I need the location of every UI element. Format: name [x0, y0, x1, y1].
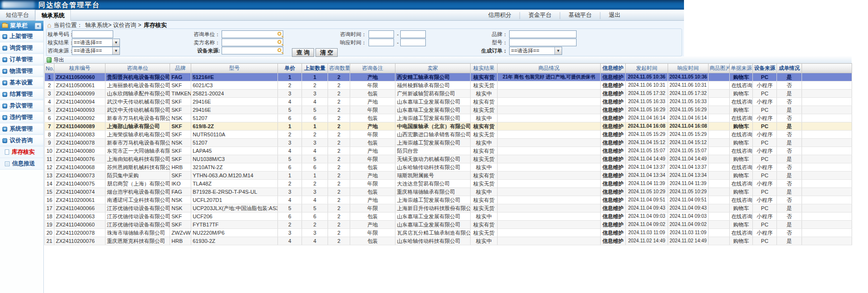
table-row[interactable]: 1ZX24110500060贵阳晋兴机电设备有限公司FAG51216#E112产… [45, 73, 852, 81]
cell-price: 6 [278, 114, 302, 122]
cell-maint[interactable]: 信息维护 [601, 221, 626, 229]
table-row[interactable]: 12ZX24110400068苏州恩姆斯机械科技有限公司HRB3210ATN-2… [45, 163, 852, 172]
table-row[interactable]: 19ZX24110400060江苏优德传动设备有限公司SKFFYTB17TF22… [45, 221, 852, 229]
sidebar-item[interactable]: +违约管理 [0, 112, 43, 123]
model-input[interactable] [509, 39, 577, 46]
tab-inactive[interactable]: 短信平台 [0, 10, 35, 21]
table-row[interactable]: 5ZX24110400093武汉中天传动机械有限公司SKF29416E552年限… [45, 106, 852, 114]
sidebar-item[interactable]: +订单管理 [0, 54, 43, 66]
top-link[interactable]: 信用积分 [482, 11, 518, 19]
cell-maint[interactable]: 信息维护 [601, 180, 626, 188]
link-divider: │ [518, 12, 522, 19]
top-link[interactable]: 基础平台 [562, 11, 599, 19]
expand-node-icon[interactable]: + [2, 115, 7, 120]
sidebar-item[interactable]: +上架管理 [0, 31, 43, 42]
cell-maint[interactable]: 信息维护 [601, 229, 626, 237]
response-time-to-input[interactable] [400, 39, 426, 46]
cell-img [709, 213, 730, 221]
cell-brand: FAG [170, 188, 191, 196]
sidebar-item[interactable]: +询货管理 [0, 42, 43, 54]
cell-maint[interactable]: 信息维护 [601, 196, 626, 204]
cell-maint[interactable]: 信息维护 [601, 172, 626, 180]
expand-node-icon[interactable]: + [2, 34, 7, 39]
collapse-node-icon[interactable]: - [2, 138, 7, 143]
response-time-from-input[interactable] [368, 39, 394, 46]
expand-node-icon[interactable]: + [2, 104, 7, 108]
inquiry-time-to-input[interactable] [400, 30, 426, 38]
sidebar-item[interactable]: +物流管理 [0, 66, 43, 77]
table-row[interactable]: 6ZX24110400092新泰市万马机电设备有限公司NSK51207662包装… [45, 114, 852, 122]
cell-note: 年限 [350, 204, 395, 213]
cell-maint[interactable]: 信息维护 [601, 106, 626, 114]
search-icon[interactable] [277, 40, 281, 44]
expand-node-icon[interactable]: + [2, 127, 7, 132]
cell-img [709, 131, 730, 139]
cell-maint[interactable]: 信息维护 [601, 139, 626, 147]
inquiry-source-select[interactable]: ==请选择== ▼ [72, 47, 120, 55]
cell-maint[interactable]: 信息维护 [601, 122, 626, 131]
cell-maint[interactable]: 信息维护 [601, 81, 626, 90]
cell-maint[interactable]: 信息维护 [601, 114, 626, 122]
export-button[interactable]: 导出 [47, 57, 64, 63]
table-row[interactable]: 4ZX24110400094武汉中天传动机械有限公司SKF29416E442产地… [45, 98, 852, 106]
top-link[interactable]: 退出 [602, 11, 627, 19]
brand-input[interactable] [509, 30, 577, 38]
table-row[interactable]: 16ZX24110200061南通珺珂工业科技有限公司NSKUCFL207D14… [45, 196, 852, 204]
sidebar-item[interactable]: -议价咨询 [0, 135, 43, 146]
inquiry-time-from-input[interactable] [368, 30, 394, 38]
gen-order-select[interactable]: ==请选择== ▼ [509, 47, 562, 55]
cell-maint[interactable]: 信息维护 [601, 147, 626, 155]
chevron-down-icon: ▼ [112, 39, 119, 46]
cell-maint[interactable]: 信息维护 [601, 237, 626, 245]
cell-maint[interactable]: 信息维护 [601, 204, 626, 213]
cell-maint[interactable]: 信息维护 [601, 131, 626, 139]
device-source-input[interactable] [222, 47, 276, 54]
table-row[interactable]: 2ZX24110500061上海丽焕机电设备有限公司SKF6021/C3222年… [45, 81, 852, 90]
sidebar-item[interactable]: +异议管理 [0, 100, 43, 112]
expand-node-icon[interactable]: + [2, 69, 7, 74]
sidebar-subitem[interactable]: 库存核实 [0, 146, 43, 158]
table-row[interactable]: 10ZX24110400080东莞市正一大同德轴承有限公司SKFLAPA4544… [45, 147, 852, 155]
table-row[interactable]: 7ZX24110400089上海那山轴承有限公司SKF619/8-2Z112产地… [45, 122, 852, 131]
cell-code: ZX24110400080 [54, 147, 105, 155]
expand-node-icon[interactable]: + [2, 46, 7, 51]
seller-name-input[interactable] [222, 39, 276, 46]
search-button[interactable]: 查 询 [292, 48, 314, 57]
table-row[interactable]: 14ZX24110400075朋启商贸（上海）有限公司IKOTLA48Z222年… [45, 180, 852, 188]
sidebar-item[interactable]: +基本设置 [0, 77, 43, 89]
sidebar-item[interactable]: +结算管理 [0, 89, 43, 100]
cell-maint[interactable]: 信息维护 [601, 163, 626, 172]
sidebar-subitem[interactable]: 信息推送 [0, 158, 43, 170]
expand-node-icon[interactable]: + [2, 57, 7, 62]
table-row[interactable]: 11ZX24110400076上海由知机电科技有限公司SKFNU1038M/C3… [45, 155, 852, 163]
expand-node-icon[interactable]: + [2, 92, 7, 97]
table-row[interactable]: 8ZX24110400083上海荣缤轴承机电有限公司SKFNUTR50110A2… [45, 131, 852, 139]
top-link[interactable]: 资金平台 [522, 11, 558, 19]
sidebar-item[interactable]: +系统管理 [0, 123, 43, 135]
table-row[interactable]: 21ZX24110200076重庆恩斯克科技有限公司HRB61930-2Z442… [45, 237, 852, 245]
tab-active[interactable]: 轴承系统 [35, 10, 71, 21]
table-row[interactable]: 3ZX24110400099山东欣阔轴承配件有限公司TIMKEN25821-20… [45, 90, 852, 98]
verify-result-select[interactable]: ==请选择== ▼ [72, 39, 120, 47]
cell-maint[interactable]: 信息维护 [601, 188, 626, 196]
cell-maint[interactable]: 信息维护 [601, 73, 626, 81]
table-row[interactable]: 15ZX24110400074烟台浩宇机电设备有限公司FAGB71928-E-2… [45, 188, 852, 196]
check-no-input[interactable] [72, 30, 113, 38]
cell-maint[interactable]: 信息维护 [601, 155, 626, 163]
table-row[interactable]: 17ZX24110400066江苏优德传动设备有限公司NSKUCP203JLX(… [45, 204, 852, 213]
cell-price: 2 [278, 180, 302, 188]
clear-button[interactable]: 清 空 [316, 48, 338, 57]
cell-brand: SKF [170, 98, 191, 106]
cell-maint[interactable]: 信息维护 [601, 90, 626, 98]
table-row[interactable]: 13ZX24110400073陌贝集中采购SKFYTHN-063.AO.M120… [45, 172, 852, 180]
table-row[interactable]: 18ZX24110400063江苏优德传动设备有限公司SKFUCF206662包… [45, 213, 852, 221]
cell-maint[interactable]: 信息维护 [601, 98, 626, 106]
cell-maint[interactable]: 信息维护 [601, 213, 626, 221]
sidebar-collapse-button[interactable]: « [35, 23, 41, 29]
inquiry-unit-input[interactable] [222, 31, 276, 38]
search-icon[interactable] [277, 48, 281, 52]
search-icon[interactable] [277, 32, 281, 36]
table-row[interactable]: 20ZX24110200078珠海市瑞德轴承有限公司ZWZvWFNU2220M/… [45, 229, 852, 237]
expand-node-icon[interactable]: + [2, 80, 7, 85]
table-row[interactable]: 9ZX24110400078新泰市万马机电设备有限公司NSK51207332包装… [45, 139, 852, 147]
